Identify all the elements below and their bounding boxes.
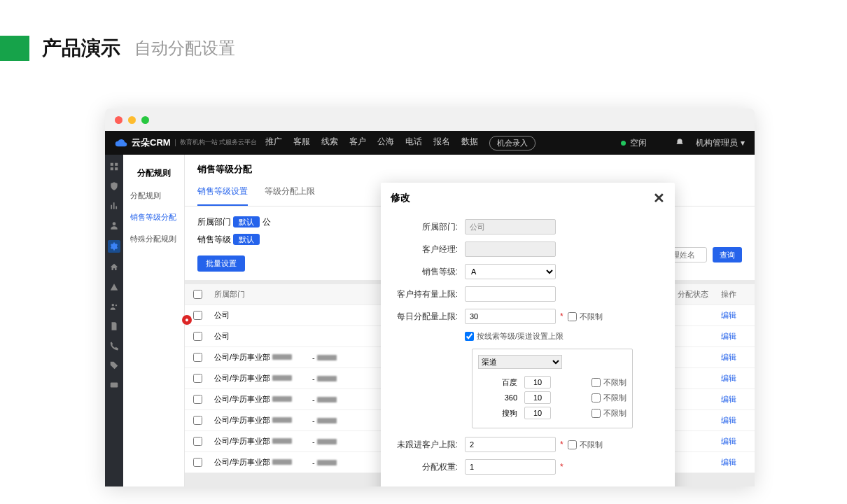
svg-rect-2 xyxy=(111,167,113,170)
bell-icon[interactable] xyxy=(675,138,685,148)
user-icon[interactable] xyxy=(109,220,119,230)
input-manager xyxy=(465,241,556,257)
edit-link[interactable]: 编辑 xyxy=(721,437,736,445)
nav-item[interactable]: 推广 xyxy=(265,136,282,150)
daily-unlimited-checkbox[interactable] xyxy=(568,312,577,321)
row-dept: 公司/学历事业部 xyxy=(210,352,308,363)
user-role-label: 机构管理员 xyxy=(696,137,738,149)
secondary-item[interactable]: 销售等级分配 xyxy=(123,206,184,228)
tab[interactable]: 销售等级设置 xyxy=(197,178,248,206)
brand-logo[interactable]: 云朵CRM 教育机构一站 式服务云平台 xyxy=(115,136,257,149)
nav-item[interactable]: 数据 xyxy=(461,136,478,150)
settings-icon[interactable] xyxy=(108,240,120,253)
label-weight: 分配权重: xyxy=(395,461,465,473)
row-dept: 公司/学历事业部 xyxy=(210,373,308,384)
tag-icon[interactable] xyxy=(109,360,119,370)
channel-unlimited-checkbox[interactable] xyxy=(592,393,601,402)
nav-item[interactable]: 公海 xyxy=(377,136,394,150)
secondary-item[interactable]: 特殊分配规则 xyxy=(123,228,184,250)
nav-item[interactable]: 电话 xyxy=(405,136,422,150)
entry-button[interactable]: 机会录入 xyxy=(489,136,536,150)
edit-modal: 修改 ✕ 所属部门: 客户经理: 销售等级: A xyxy=(381,183,675,486)
row-checkbox[interactable] xyxy=(193,395,202,404)
nav-item[interactable]: 线索 xyxy=(321,136,338,150)
icon-rail xyxy=(105,155,123,486)
by-channel-checkbox[interactable] xyxy=(465,332,474,341)
dept-default-tag[interactable]: 默认 xyxy=(233,216,260,227)
row-checkbox[interactable] xyxy=(193,374,202,383)
edit-link[interactable]: 编辑 xyxy=(721,458,736,466)
col-dept: 所属部门 xyxy=(210,289,308,300)
row-checkbox[interactable] xyxy=(193,353,202,362)
edit-link[interactable]: 编辑 xyxy=(721,332,736,340)
grid-icon[interactable] xyxy=(109,162,119,172)
secondary-item[interactable]: 分配规则 xyxy=(123,185,184,206)
title-accent xyxy=(0,36,29,61)
row-dept: 公司 xyxy=(210,331,308,342)
tab[interactable]: 等级分配上限 xyxy=(265,178,315,206)
input-unfollow[interactable] xyxy=(465,437,556,452)
label-hold-limit: 客户持有量上限: xyxy=(395,288,465,300)
phone-icon[interactable] xyxy=(109,341,119,351)
input-weight[interactable] xyxy=(465,459,556,475)
level-default-tag[interactable]: 默认 xyxy=(233,234,260,245)
nav-item[interactable]: 客户 xyxy=(349,136,366,150)
channel-limit-input[interactable] xyxy=(524,391,551,404)
status-dot-icon xyxy=(621,141,626,146)
close-icon[interactable]: ✕ xyxy=(653,190,665,206)
row-checkbox[interactable] xyxy=(193,332,202,341)
row-checkbox[interactable] xyxy=(193,416,202,425)
channel-limit-input[interactable] xyxy=(524,376,551,388)
triangle-icon[interactable] xyxy=(109,282,119,292)
close-dot[interactable] xyxy=(115,116,122,124)
label-manager: 客户经理: xyxy=(395,244,465,255)
svg-rect-8 xyxy=(111,383,118,388)
content-area: 销售等级分配 销售等级设置 等级分配上限 所属部门 默认 公 销售等级 默认 批… xyxy=(185,155,755,486)
people-icon[interactable] xyxy=(109,302,119,312)
browser-window: 云朵CRM 教育机构一站 式服务云平台 推广 客服 线索 客户 公海 电话 报名… xyxy=(105,108,755,486)
channel-unlimited-checkbox[interactable] xyxy=(592,409,601,418)
row-checkbox[interactable] xyxy=(193,458,202,467)
secondary-nav: 分配规则 分配规则 销售等级分配 特殊分配规则 xyxy=(123,155,185,486)
row-checkbox[interactable] xyxy=(193,311,202,320)
home-icon[interactable] xyxy=(109,262,119,272)
label-daily-limit: 每日分配量上限: xyxy=(395,311,465,323)
cloud-icon xyxy=(115,136,127,149)
status-text: 空闲 xyxy=(630,137,647,149)
row-dept: 公司/学历事业部 xyxy=(210,394,308,405)
channel-name: 百度 xyxy=(478,377,517,388)
edit-link[interactable]: 编辑 xyxy=(721,311,736,319)
minimize-dot[interactable] xyxy=(128,116,136,124)
select-level[interactable]: A xyxy=(465,264,556,279)
edit-link[interactable]: 编辑 xyxy=(721,374,736,382)
edit-link[interactable]: 编辑 xyxy=(721,416,736,424)
svg-rect-3 xyxy=(115,167,118,170)
channel-limit-input[interactable] xyxy=(524,407,551,419)
edit-link[interactable]: 编辑 xyxy=(721,353,736,361)
svg-point-6 xyxy=(112,304,115,307)
select-all-checkbox[interactable] xyxy=(193,290,202,299)
nav-item[interactable]: 客服 xyxy=(293,136,310,150)
batch-set-button[interactable]: 批量设置 xyxy=(197,255,245,272)
nav-item[interactable]: 报名 xyxy=(433,136,450,150)
dept-extra: 公 xyxy=(262,217,271,227)
notification-badge[interactable]: ● xyxy=(182,315,192,325)
unfollow-unlimited-checkbox[interactable] xyxy=(568,440,577,449)
shield-icon[interactable] xyxy=(109,181,119,191)
document-icon[interactable] xyxy=(109,321,119,331)
user-role-dropdown[interactable]: 机构管理员 ▾ xyxy=(696,137,745,149)
input-hold-limit[interactable] xyxy=(465,286,556,302)
edit-link[interactable]: 编辑 xyxy=(721,395,736,403)
channel-type-select[interactable]: 渠道 xyxy=(478,355,562,369)
maximize-dot[interactable] xyxy=(141,116,149,124)
card-icon[interactable] xyxy=(109,380,119,390)
row-checkbox[interactable] xyxy=(193,437,202,446)
input-daily-limit[interactable] xyxy=(465,309,556,324)
channel-name: 搜狗 xyxy=(478,408,517,419)
label-unfollow: 未跟进客户上限: xyxy=(395,439,465,451)
search-button[interactable]: 查询 xyxy=(713,247,742,262)
channel-unlimited-checkbox[interactable] xyxy=(592,378,601,387)
chart-icon[interactable] xyxy=(109,201,119,211)
by-channel-label: 按线索等级/渠道设置上限 xyxy=(477,331,564,342)
row-dept: 公司/学历事业部 xyxy=(210,415,308,426)
